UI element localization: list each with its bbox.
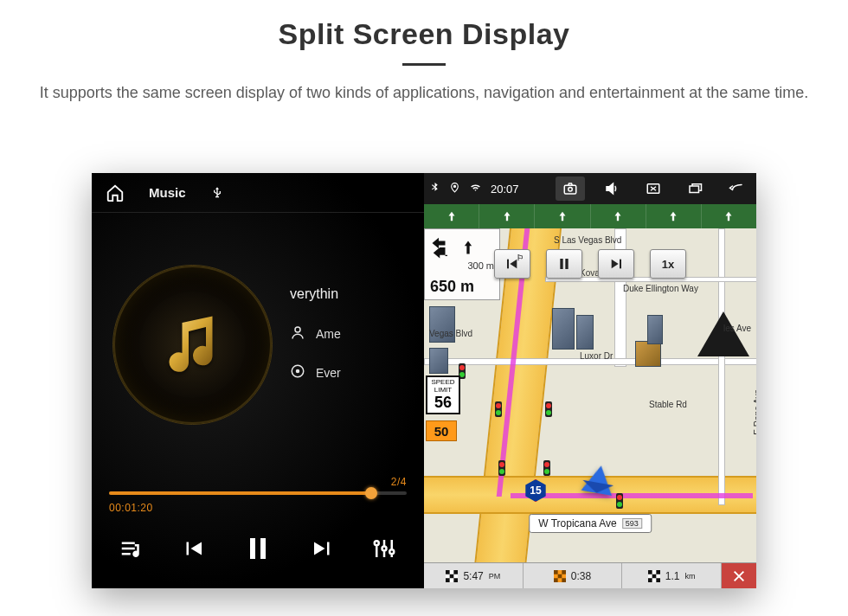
bluetooth-icon [429, 182, 440, 196]
lane-arrow [646, 204, 702, 228]
svg-point-0 [295, 327, 300, 332]
page-title: Split Screen Display [0, 17, 848, 51]
street-label: Luxor Dr [580, 351, 613, 361]
svg-rect-4 [260, 538, 266, 559]
album-art [112, 265, 273, 425]
next-button[interactable] [310, 536, 336, 561]
nav-close-button[interactable] [722, 563, 756, 588]
screenshot-button[interactable] [556, 176, 585, 201]
street-label: Stable Rd [649, 400, 687, 409]
status-time: 20:07 [491, 183, 519, 196]
lane-arrow [479, 204, 535, 228]
street-label: E Reno Ave [753, 389, 756, 435]
music-topbar: Music [92, 173, 424, 213]
current-road-label: W Tropicana Ave 593 [529, 514, 652, 533]
album-row: Ever [290, 363, 421, 382]
recents-button[interactable] [680, 176, 710, 201]
navigation-panel: 20:07 [424, 173, 756, 588]
svg-point-2 [297, 370, 299, 373]
status-bar: 20:07 [424, 173, 756, 204]
sim-restart-button[interactable]: ⚐ [494, 249, 530, 279]
artist-name: Ame [316, 327, 341, 341]
title-divider [402, 63, 446, 66]
progress-slider[interactable] [109, 491, 407, 495]
lane-arrow [424, 204, 479, 228]
lane-arrow [591, 204, 646, 228]
turn-instruction: 300 m 650 m [424, 228, 500, 300]
footer-distance[interactable]: 1.1 km [622, 563, 722, 588]
music-panel: Music [92, 173, 424, 588]
page-subtitle: It supports the same screen display of t… [0, 81, 848, 105]
speed-limit-sign: SPEED LIMIT 56 [426, 375, 460, 414]
close-app-button[interactable] [639, 176, 668, 201]
music-controls [92, 514, 424, 588]
svg-point-5 [453, 185, 455, 187]
album-name: Ever [316, 366, 341, 380]
svg-rect-11 [560, 259, 562, 269]
elapsed-time: 00:01:20 [109, 502, 407, 514]
turn-distance-far: 650 m [430, 278, 474, 295]
person-icon [290, 324, 305, 343]
nav-footer: 5:47 PM 0:38 1.1 km [424, 562, 756, 588]
artist-row: Ame [290, 324, 421, 343]
back-button[interactable] [722, 176, 751, 201]
sim-controls: ⚐ 1x [494, 249, 686, 279]
progress-area: 2/4 00:01:20 [92, 476, 424, 514]
sim-skip-button[interactable] [598, 249, 634, 279]
lane-arrow [535, 204, 590, 228]
lane-arrow [702, 204, 756, 228]
location-icon [449, 182, 460, 196]
pyramid-landmark [697, 311, 749, 356]
volume-button[interactable] [597, 176, 626, 201]
track-title: verythin [290, 286, 421, 302]
street-label: S Las Vegas Blvd [554, 235, 621, 245]
footer-eta[interactable]: 5:47 PM [424, 563, 524, 588]
music-app-label: Music [149, 185, 186, 200]
svg-rect-6 [564, 185, 576, 194]
device-frame: Music [92, 173, 756, 588]
current-speed: 50 [426, 420, 457, 441]
map[interactable]: S Las Vegas Blvd Koval Ln Duke Ellington… [424, 228, 756, 562]
street-label: Vegas Blvd [429, 329, 472, 338]
svg-point-7 [569, 188, 573, 192]
svg-rect-10 [507, 260, 509, 269]
music-note-icon [155, 306, 231, 382]
svg-rect-9 [690, 186, 699, 193]
equalizer-button[interactable] [371, 536, 397, 561]
street-label: Duke Ellington Way [623, 284, 698, 293]
street-label: les Ave [723, 324, 751, 333]
playlist-button[interactable] [119, 536, 145, 561]
turn-distance-near: 300 m [430, 260, 494, 271]
vehicle-marker [581, 463, 617, 496]
usb-icon[interactable] [210, 184, 224, 202]
previous-button[interactable] [180, 536, 206, 561]
sim-pause-button[interactable] [546, 249, 582, 279]
svg-rect-3 [250, 538, 255, 559]
pause-button[interactable] [242, 533, 273, 564]
home-icon[interactable] [106, 183, 125, 202]
track-meta: verythin Ame Ever [290, 286, 421, 402]
footer-time-remaining[interactable]: 0:38 [524, 563, 623, 588]
svg-rect-12 [565, 259, 568, 269]
lane-guidance [424, 204, 756, 228]
svg-rect-13 [620, 260, 621, 269]
music-body: verythin Ame Ever [92, 213, 424, 476]
wifi-icon [469, 182, 482, 196]
disc-icon [290, 363, 305, 382]
track-count: 2/4 [109, 476, 407, 488]
sim-speed-button[interactable]: 1x [650, 249, 686, 279]
